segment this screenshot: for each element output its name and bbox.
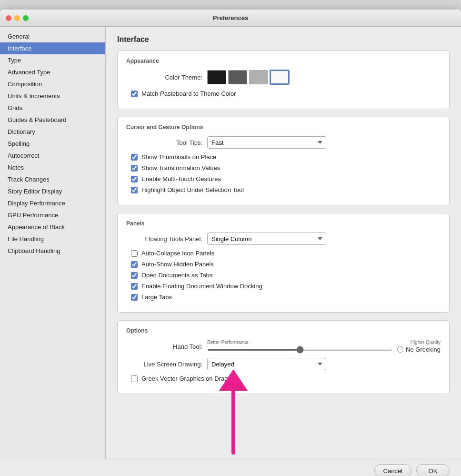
large-tabs-label[interactable]: Large Tabs: [141, 294, 172, 301]
close-button[interactable]: [6, 15, 11, 21]
floating-tools-row: Floating Tools Panel: Single Column Doub…: [126, 233, 441, 245]
sidebar: General Interface Type Advanced Type Com…: [0, 27, 106, 459]
swatch-black[interactable]: [207, 70, 226, 84]
auto-collapse-label[interactable]: Auto-Collapse Icon Panels: [141, 250, 214, 257]
sidebar-item-clipboard-handling[interactable]: Clipboard Handling: [0, 245, 105, 257]
sidebar-item-general[interactable]: General: [0, 30, 105, 42]
show-thumbnails-label[interactable]: Show Thumbnails on Place: [141, 153, 216, 161]
cancel-button[interactable]: Cancel: [374, 464, 411, 476]
content-area: General Interface Type Advanced Type Com…: [0, 27, 461, 459]
slider-with-radio: No Greeking: [207, 346, 441, 353]
tool-tips-label: Tool Tips:: [126, 139, 202, 146]
open-docs-row: Open Documents as Tabs: [126, 272, 441, 279]
show-transformation-row: Show Transformation Values: [126, 164, 441, 172]
tool-tips-row: Tool Tips: Fast Normal None: [126, 136, 441, 149]
cursor-gesture-section-title: Cursor and Gesture Options: [126, 124, 441, 131]
color-theme-row: Color Theme:: [126, 70, 441, 84]
panels-section-title: Panels: [126, 220, 441, 227]
sidebar-item-autocorrect[interactable]: Autocorrect: [0, 150, 105, 162]
panels-section: Panels Floating Tools Panel: Single Colu…: [117, 213, 450, 313]
cursor-gesture-section: Cursor and Gesture Options Tool Tips: Fa…: [117, 117, 450, 205]
auto-show-row: Auto-Show Hidden Panels: [126, 261, 441, 268]
options-section-title: Options: [126, 327, 441, 334]
maximize-button[interactable]: [23, 15, 29, 21]
sidebar-item-dictionary[interactable]: Dictionary: [0, 126, 105, 138]
no-greeking-radio-label: No Greeking: [397, 346, 441, 353]
greek-vector-row: Greek Vector Graphics on Drag: [126, 375, 441, 382]
match-pasteboard-checkbox[interactable]: [131, 91, 138, 97]
show-thumbnails-row: Show Thumbnails on Place: [126, 153, 441, 161]
sidebar-item-guides-pasteboard[interactable]: Guides & Pasteboard: [0, 114, 105, 126]
no-greeking-radio[interactable]: [397, 346, 403, 353]
swatch-white[interactable]: [270, 70, 289, 84]
hand-tool-slider-container: Better Performance Higher Quality No Gre…: [207, 340, 441, 353]
sidebar-item-track-changes[interactable]: Track Changes: [0, 173, 105, 185]
color-theme-label: Color Theme:: [126, 74, 202, 81]
window-title: Preferences: [213, 14, 248, 21]
main-content: Interface Appearance Color Theme:: [106, 27, 461, 459]
minimize-button[interactable]: [14, 15, 20, 21]
sidebar-item-story-editor-display[interactable]: Story Editor Display: [0, 185, 105, 197]
live-screen-row: Live Screen Drawing: Delayed Immediate N…: [126, 358, 441, 370]
sidebar-item-notes[interactable]: Notes: [0, 162, 105, 173]
sidebar-item-units-increments[interactable]: Units & Increments: [0, 90, 105, 102]
slider-labels: Better Performance Higher Quality: [207, 340, 441, 345]
page-title: Interface: [117, 35, 450, 44]
hand-tool-row: Hand Tool: Better Performance Higher Qua…: [126, 340, 441, 353]
sidebar-item-spelling[interactable]: Spelling: [0, 138, 105, 150]
auto-show-checkbox[interactable]: [131, 261, 138, 268]
sidebar-item-interface[interactable]: Interface: [0, 42, 105, 54]
hand-tool-label: Hand Tool:: [126, 343, 202, 350]
hand-tool-slider[interactable]: [207, 349, 392, 351]
highlight-object-label[interactable]: Highlight Object Under Selection Tool: [141, 186, 244, 193]
large-tabs-checkbox[interactable]: [131, 294, 138, 301]
sidebar-item-display-performance[interactable]: Display Performance: [0, 197, 105, 209]
options-section: Options Hand Tool: Better Performance Hi…: [117, 320, 450, 394]
sidebar-item-grids[interactable]: Grids: [0, 102, 105, 114]
highlight-object-checkbox[interactable]: [131, 187, 138, 193]
higher-quality-label: Higher Quality: [411, 340, 441, 345]
footer: Cancel OK: [0, 459, 461, 476]
enable-floating-row: Enable Floating Document Window Docking: [126, 283, 441, 290]
tool-tips-select[interactable]: Fast Normal None: [207, 136, 326, 149]
traffic-lights: [6, 15, 29, 21]
match-pasteboard-row: Match Pasteboard to Theme Color: [126, 90, 441, 97]
sidebar-item-file-handling[interactable]: File Handling: [0, 233, 105, 245]
sidebar-item-appearance-of-black[interactable]: Appearance of Black: [0, 221, 105, 233]
ok-button[interactable]: OK: [416, 464, 450, 476]
swatch-darkgray[interactable]: [228, 70, 247, 84]
appearance-section: Appearance Color Theme: Match Pasteboard…: [117, 51, 450, 109]
titlebar: Preferences: [0, 10, 461, 27]
open-docs-checkbox[interactable]: [131, 272, 138, 279]
enable-floating-label[interactable]: Enable Floating Document Window Docking: [141, 283, 262, 290]
enable-multitouch-checkbox[interactable]: [131, 176, 138, 182]
sidebar-item-gpu-performance[interactable]: GPU Performance: [0, 209, 105, 221]
floating-tools-label: Floating Tools Panel:: [126, 235, 202, 243]
no-greeking-label: No Greeking: [406, 346, 441, 353]
preferences-window: Preferences General Interface Type Advan…: [0, 10, 461, 476]
floating-tools-select[interactable]: Single Column Double Column Single Row: [207, 233, 326, 245]
greek-vector-checkbox[interactable]: [131, 375, 138, 382]
highlight-object-row: Highlight Object Under Selection Tool: [126, 186, 441, 193]
footer-area: Cancel OK: [0, 459, 461, 476]
auto-show-label[interactable]: Auto-Show Hidden Panels: [141, 261, 214, 268]
sidebar-item-advanced-type[interactable]: Advanced Type: [0, 66, 105, 78]
live-screen-select[interactable]: Delayed Immediate Never: [207, 358, 326, 370]
auto-collapse-row: Auto-Collapse Icon Panels: [126, 250, 441, 257]
enable-multitouch-row: Enable Multi-Touch Gestures: [126, 175, 441, 182]
match-pasteboard-label[interactable]: Match Pasteboard to Theme Color: [141, 90, 236, 97]
show-transformation-checkbox[interactable]: [131, 165, 138, 172]
sidebar-item-type[interactable]: Type: [0, 54, 105, 66]
swatch-lightgray[interactable]: [249, 70, 268, 84]
enable-multitouch-label[interactable]: Enable Multi-Touch Gestures: [141, 175, 221, 182]
enable-floating-checkbox[interactable]: [131, 283, 138, 290]
open-docs-label[interactable]: Open Documents as Tabs: [141, 272, 212, 279]
greek-vector-label[interactable]: Greek Vector Graphics on Drag: [141, 375, 228, 382]
sidebar-item-composition[interactable]: Composition: [0, 78, 105, 90]
large-tabs-row: Large Tabs: [126, 294, 441, 301]
appearance-section-title: Appearance: [126, 58, 441, 64]
show-thumbnails-checkbox[interactable]: [131, 154, 138, 161]
show-transformation-label[interactable]: Show Transformation Values: [141, 164, 220, 172]
color-swatches: [207, 70, 289, 84]
auto-collapse-checkbox[interactable]: [131, 250, 138, 257]
